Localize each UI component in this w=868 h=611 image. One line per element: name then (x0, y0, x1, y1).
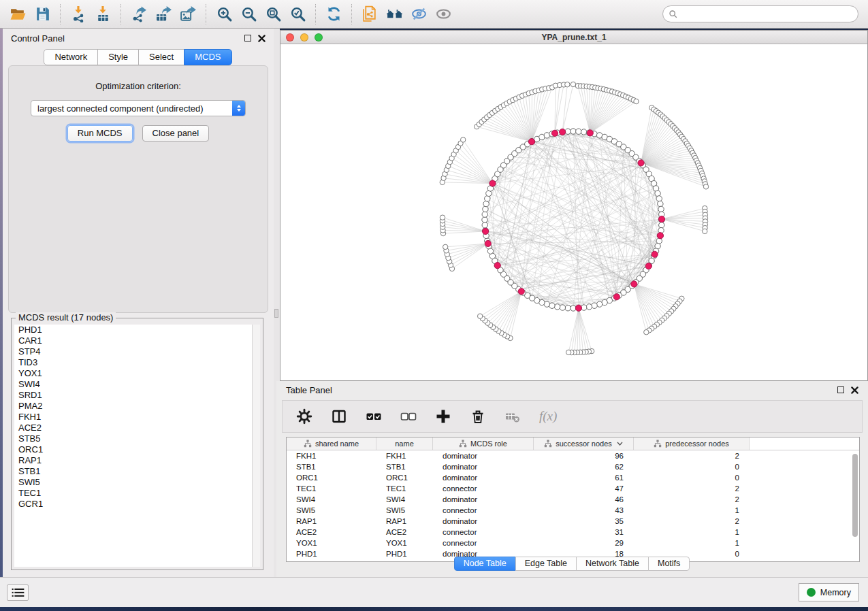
search-input[interactable] (678, 7, 858, 21)
table-row[interactable]: YOX1YOX1connector291 (287, 538, 859, 548)
table-row[interactable]: TEC1TEC1connector472 (287, 483, 859, 494)
control-panel-title: Control Panel (11, 33, 65, 44)
tab-motifs[interactable]: Motifs (648, 557, 690, 571)
cell-name: FKH1 (376, 450, 433, 461)
zoom-in-icon[interactable] (212, 3, 236, 25)
tab-network[interactable]: Network (44, 49, 98, 65)
export-table-icon[interactable] (151, 3, 176, 25)
table-row[interactable]: STB1STB1dominator620 (287, 461, 859, 472)
cell-predecessor-nodes: 0 (634, 461, 750, 472)
mcds-result-item[interactable]: CAR1 (14, 335, 260, 346)
memory-button[interactable]: Memory (799, 583, 859, 601)
mcds-result-item[interactable]: FKH1 (14, 412, 260, 423)
table-row[interactable]: SWI5SWI5connector431 (287, 505, 859, 516)
mcds-result-list[interactable]: PHD1CAR1STP4TID3YOX1SWI4SRD1PMA2FKH1ACE2… (14, 325, 260, 567)
open-session-icon[interactable] (5, 3, 30, 25)
import-table-icon[interactable] (91, 3, 115, 25)
mcds-result-item[interactable]: PHD1 (14, 325, 260, 335)
close-panel-button[interactable]: Close panel (142, 125, 210, 142)
main-toolbar (0, 0, 868, 29)
network-view-window: YPA_prune.txt_1 (280, 30, 868, 381)
table-row[interactable]: FKH1FKH1dominator962 (287, 450, 859, 461)
splitter-handle[interactable] (274, 309, 278, 318)
mcds-list-scrollbar[interactable] (252, 325, 260, 567)
gear-icon[interactable] (296, 408, 312, 425)
toolbar-separator (206, 4, 206, 24)
split-columns-icon[interactable] (331, 408, 347, 425)
zoom-fit-icon[interactable] (261, 3, 285, 25)
float-panel-icon[interactable] (244, 35, 251, 42)
float-table-panel-icon[interactable] (837, 386, 844, 393)
mcds-result-item[interactable]: SRD1 (14, 390, 260, 401)
network-window-titlebar[interactable]: YPA_prune.txt_1 (280, 31, 867, 44)
column-header-predecessor-nodes[interactable]: predecessor nodes (634, 437, 750, 450)
hide-style-icon[interactable] (406, 3, 431, 25)
table-row[interactable]: ACE2ACE2connector311 (287, 527, 859, 538)
column-header-MCDS-role[interactable]: MCDS role (433, 437, 534, 450)
cell-name: SWI5 (376, 505, 433, 516)
column-header-label: predecessor nodes (665, 440, 729, 448)
close-panel-icon[interactable] (258, 35, 266, 42)
tab-network-table[interactable]: Network Table (576, 557, 649, 571)
export-image-icon[interactable] (176, 3, 200, 25)
mcds-result-item[interactable]: ACE2 (14, 423, 260, 433)
refresh-icon[interactable] (321, 3, 346, 25)
network-canvas[interactable] (280, 44, 867, 380)
cell-successor-nodes: 29 (534, 538, 634, 548)
window-close-icon[interactable] (286, 33, 294, 42)
network-window-title: YPA_prune.txt_1 (541, 33, 606, 42)
window-zoom-icon[interactable] (315, 33, 323, 42)
mcds-result-item[interactable]: STP4 (14, 346, 260, 357)
table-scrollbar-thumb[interactable] (852, 454, 858, 537)
mcds-result-item[interactable]: STB5 (14, 433, 260, 444)
save-session-icon[interactable] (30, 3, 54, 25)
close-table-panel-icon[interactable] (851, 386, 858, 394)
tab-select[interactable]: Select (138, 49, 184, 65)
mcds-result-item[interactable]: RAP1 (14, 455, 260, 466)
select-all-checkboxes-icon[interactable] (366, 408, 382, 425)
add-column-icon[interactable] (435, 408, 451, 425)
deselect-all-checkboxes-icon[interactable] (400, 408, 417, 425)
tab-style[interactable]: Style (97, 49, 139, 65)
mcds-result-item[interactable]: GCR1 (14, 499, 260, 510)
search-field[interactable] (662, 5, 858, 22)
show-eye-icon[interactable] (431, 3, 455, 25)
mcds-result-item[interactable]: SWI5 (14, 477, 260, 488)
task-history-button[interactable] (7, 584, 29, 601)
export-network-icon[interactable] (127, 3, 151, 25)
cell-MCDS-role: connector (433, 538, 534, 548)
column-header-name[interactable]: name (376, 437, 433, 450)
delete-table-icon[interactable] (504, 408, 521, 425)
zoom-out-icon[interactable] (236, 3, 261, 25)
column-header-successor-nodes[interactable]: successor nodes (534, 437, 634, 450)
column-header-shared-name[interactable]: shared name (287, 437, 376, 450)
table-row[interactable]: RAP1RAP1dominator352 (287, 516, 859, 527)
share-document-icon[interactable] (357, 3, 382, 25)
import-network-icon[interactable] (66, 3, 91, 25)
table-scrollbar[interactable] (852, 452, 858, 560)
tab-mcds[interactable]: MCDS (184, 49, 231, 65)
zoom-selected-icon[interactable] (285, 3, 310, 25)
mcds-result-item[interactable]: STB1 (14, 466, 260, 477)
home-pages-icon[interactable] (382, 3, 406, 25)
mcds-result-item[interactable]: TID3 (14, 357, 260, 368)
criterion-select-value: largest connected component (undirected) (31, 103, 232, 114)
tab-node-table[interactable]: Node Table (454, 557, 516, 571)
run-mcds-button[interactable]: Run MCDS (67, 125, 133, 142)
cell-predecessor-nodes: 2 (634, 516, 750, 527)
table-row[interactable]: ORC1ORC1dominator610 (287, 472, 859, 483)
criterion-select[interactable]: largest connected component (undirected) (31, 100, 246, 116)
column-header-label: successor nodes (556, 440, 612, 448)
mcds-result-item[interactable]: PMA2 (14, 401, 260, 412)
mcds-result-item[interactable]: SWI4 (14, 379, 260, 390)
table-row[interactable]: SWI4SWI4dominator462 (287, 494, 859, 505)
window-minimize-icon[interactable] (300, 33, 308, 42)
mcds-result-item[interactable]: YOX1 (14, 368, 260, 379)
cell-shared-name: ACE2 (287, 527, 376, 538)
delete-column-icon[interactable] (470, 408, 486, 425)
function-builder-icon[interactable]: f(x) (539, 409, 557, 424)
mcds-result-item[interactable]: ORC1 (14, 444, 260, 455)
cell-MCDS-role: dominator (433, 516, 534, 527)
mcds-result-item[interactable]: TEC1 (14, 488, 260, 499)
tab-edge-table[interactable]: Edge Table (515, 557, 577, 571)
